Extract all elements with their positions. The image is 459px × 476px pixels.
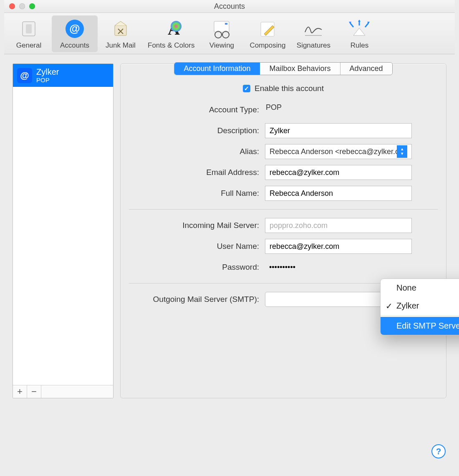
toolbar-label: Signatures: [297, 41, 330, 50]
signatures-icon: [302, 17, 325, 41]
dropdown-separator: [381, 316, 459, 316]
toolbar-label: Viewing: [209, 41, 234, 50]
accounts-sidebar: @ Zylker POP + − .: [13, 63, 113, 398]
email-input[interactable]: [265, 165, 412, 180]
password-label: Password:: [129, 263, 265, 272]
description-label: Description:: [129, 126, 265, 135]
toolbar-item-fonts-colors[interactable]: A Fonts & Colors: [144, 15, 199, 52]
description-input[interactable]: [265, 123, 412, 138]
fonts-colors-icon: A: [160, 17, 182, 41]
smtp-option-none[interactable]: None: [381, 279, 459, 297]
svg-point-8: [171, 21, 182, 32]
toolbar-item-composing[interactable]: Composing: [245, 15, 290, 52]
account-protocol: POP: [36, 76, 59, 84]
toolbar-label: Accounts: [60, 41, 89, 50]
toolbar-label: Fonts & Colors: [148, 41, 194, 50]
account-name: Zylker: [36, 67, 59, 76]
accounts-icon: @: [64, 17, 85, 41]
smtp-option-zylker[interactable]: Zylker: [381, 297, 459, 315]
account-row[interactable]: @ Zylker POP: [13, 64, 113, 87]
junk-mail-icon: [111, 17, 131, 41]
fullname-input[interactable]: [265, 186, 412, 201]
help-button[interactable]: ?: [431, 444, 446, 458]
svg-marker-18: [358, 20, 361, 22]
titlebar: Accounts: [4, 0, 455, 13]
svg-rect-9: [214, 21, 229, 32]
account-type-value: POP: [265, 102, 412, 117]
username-label: User Name:: [129, 242, 265, 251]
account-tabs: Account Information Mailbox Behaviors Ad…: [174, 62, 392, 75]
enable-account-label: Enable this account: [255, 84, 324, 93]
alias-value: Rebecca Anderson <rebecca@zylker.com>: [270, 147, 397, 156]
email-label: Email Address:: [129, 168, 265, 177]
svg-rect-1: [26, 24, 32, 33]
sidebar-button-spacer: .: [41, 385, 113, 398]
window-title: Accounts: [4, 2, 455, 11]
viewing-icon: [211, 17, 232, 41]
toolbar-label: General: [16, 41, 41, 50]
account-type-label: Account Type:: [129, 105, 265, 114]
remove-account-button[interactable]: −: [27, 385, 41, 398]
tab-account-information[interactable]: Account Information: [174, 63, 260, 75]
toolbar-item-signatures[interactable]: Signatures: [290, 15, 336, 52]
password-input[interactable]: [265, 260, 412, 275]
toolbar-item-rules[interactable]: Rules: [336, 15, 382, 52]
fullname-label: Full Name:: [129, 189, 265, 198]
toolbar-label: Junk Mail: [106, 41, 136, 50]
general-icon: [20, 17, 38, 41]
toolbar-label: Composing: [250, 41, 285, 50]
composing-icon: [257, 17, 277, 41]
svg-marker-16: [353, 28, 365, 35]
chevron-updown-icon: ▲▼: [397, 145, 407, 158]
alias-label: Alias:: [129, 147, 265, 156]
toolbar-item-general[interactable]: General: [6, 15, 52, 52]
incoming-server-input[interactable]: [265, 218, 412, 233]
toolbar-item-junk-mail[interactable]: Junk Mail: [98, 15, 144, 52]
svg-text:@: @: [69, 22, 80, 35]
incoming-label: Incoming Mail Server:: [129, 221, 265, 230]
smtp-dropdown: None Zylker Edit SMTP Server List…: [380, 279, 459, 335]
toolbar-item-viewing[interactable]: Viewing: [199, 15, 245, 52]
alias-select[interactable]: Rebecca Anderson <rebecca@zylker.com> ▲▼: [265, 144, 412, 159]
add-account-button[interactable]: +: [13, 385, 27, 398]
smtp-label: Outgoing Mail Server (SMTP):: [129, 295, 265, 304]
enable-account-checkbox[interactable]: ✓: [243, 85, 250, 92]
at-icon: @: [17, 68, 32, 83]
divider: [129, 209, 438, 210]
toolbar-item-accounts[interactable]: @ Accounts: [52, 15, 98, 52]
rules-icon: [348, 17, 370, 41]
svg-rect-10: [225, 23, 227, 25]
toolbar-label: Rules: [351, 41, 368, 50]
svg-rect-4: [115, 25, 126, 35]
tab-mailbox-behaviors[interactable]: Mailbox Behaviors: [260, 63, 340, 75]
smtp-option-edit-list[interactable]: Edit SMTP Server List…: [381, 317, 459, 335]
tab-advanced[interactable]: Advanced: [340, 63, 392, 75]
preferences-toolbar: General @ Accounts Junk Mail A Fonts & C…: [4, 13, 455, 54]
account-panel: Account Information Mailbox Behaviors Ad…: [120, 63, 446, 398]
username-input[interactable]: [265, 239, 412, 254]
